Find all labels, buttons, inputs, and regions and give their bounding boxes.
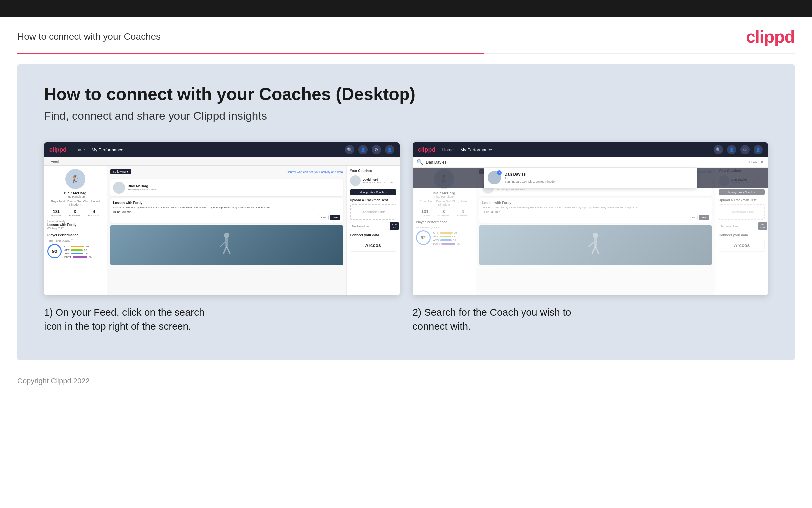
svg-rect-6 [593, 238, 597, 246]
mock-logo-2: clippd [418, 146, 436, 153]
header-divider [17, 53, 795, 54]
screenshot-col-2: clippd Home My Performance 🔍 👤 ⚙ 👤 🔍 Dan… [413, 142, 768, 333]
coach-detail: Yesterday · Sunningdale [128, 188, 156, 191]
step-2-description: 2) Search for the Coach you wish toconne… [413, 305, 768, 333]
result-avatar: ✓ [488, 171, 501, 184]
copyright: Copyright Clippd 2022 [17, 377, 90, 385]
profile-icon-2[interactable]: 👤 [727, 145, 736, 154]
mock-tab-row-1: Feed [44, 157, 399, 166]
logo: clippd [746, 27, 795, 47]
performance-score: 92 [47, 244, 62, 258]
profile-avatar: 🏌️ [65, 169, 85, 189]
add-link-button[interactable]: Add Link [390, 222, 399, 230]
screenshots-row: clippd Home My Performance 🔍 👤 ⚙ 👤 Feed [44, 142, 768, 333]
trackman-input-row: Add Link [350, 222, 396, 230]
mock-nav-1: clippd Home My Performance 🔍 👤 ⚙ 👤 [44, 142, 399, 157]
following-button[interactable]: Following ▾ [110, 169, 131, 174]
coach-avatar [113, 182, 125, 194]
page-title: How to connect with your Coaches [17, 31, 160, 42]
search-result[interactable]: ✓ Dan Davies Pro Sunningdale Golf Club, … [484, 168, 697, 188]
step-1-description: 1) On your Feed, click on the searchicon… [44, 305, 399, 333]
profile-icon[interactable]: 👤 [358, 145, 368, 154]
svg-line-2 [223, 246, 227, 254]
mock-nav-icons: 🔍 👤 ⚙ 👤 [345, 145, 394, 154]
mock-left-panel: 🏌️ Blair McHarg Plus Handicap Royal Nort… [44, 166, 107, 295]
feed-tab[interactable]: Feed [48, 158, 61, 165]
result-club: Sunningdale Golf Club, United Kingdom [504, 180, 557, 183]
profile-handicap: Plus Handicap [47, 195, 103, 198]
search-input-display[interactable]: Dan Davies [426, 160, 744, 165]
right-coach-name: David Ford [363, 178, 392, 181]
avatar-icon[interactable]: 👤 [385, 145, 394, 154]
main-heading: How to connect with your Coaches (Deskto… [44, 84, 768, 104]
profile-name-2: Blair McHarg [416, 191, 472, 195]
coach-card: Blair McHarg Yesterday · Sunningdale [110, 179, 343, 196]
result-name: Dan Davies [504, 172, 557, 177]
svg-line-9 [589, 242, 593, 247]
mock-nav-performance: My Performance [92, 147, 123, 153]
avatar-icon-2[interactable]: 👤 [754, 145, 763, 154]
latest-activity: Latest Activity Lesson with Fordy 03 Aug… [47, 220, 103, 230]
search-overlay: 🔍 Dan Davies CLEAR ✕ ✓ Dan Davies Pro Su… [413, 157, 768, 188]
player-performance: Player Performance Total Player Quality … [47, 233, 103, 260]
footer: Copyright Clippd 2022 [0, 370, 812, 392]
main-content: How to connect with your Coaches (Deskto… [17, 64, 795, 360]
lesson-title: Lesson with Fordy [113, 201, 340, 205]
right-coach-club: Royal North Devon Golf Club [363, 181, 392, 184]
stat-followers: 3 Followers [69, 209, 81, 217]
search-icon-inline: 🔍 [417, 159, 423, 165]
mock-nav-home-2: Home [442, 147, 454, 153]
connect-data-title: Connect your data [350, 233, 396, 237]
trackman-input[interactable] [350, 222, 389, 230]
close-search-button[interactable]: ✕ [760, 160, 764, 165]
svg-line-4 [220, 242, 225, 247]
app-btn[interactable]: APP [330, 215, 340, 220]
clear-button[interactable]: CLEAR [747, 160, 758, 164]
mock-nav-performance-2: My Performance [460, 147, 492, 153]
lesson-body: Looking to feel like my hands are exitin… [113, 206, 340, 209]
mock-nav-home: Home [74, 147, 85, 153]
svg-point-5 [592, 232, 598, 238]
settings-icon[interactable]: ⚙ [372, 145, 381, 154]
result-role: Pro [504, 177, 557, 180]
svg-line-7 [592, 246, 595, 254]
coach-name: Blair McHarg [128, 184, 156, 188]
header: How to connect with your Coaches clippd [0, 17, 812, 53]
search-icon-2[interactable]: 🔍 [714, 145, 723, 154]
feed-image [110, 225, 343, 265]
lesson-card: Lesson with Fordy Looking to feel like m… [110, 198, 343, 222]
screenshot-frame-2: clippd Home My Performance 🔍 👤 ⚙ 👤 🔍 Dan… [413, 142, 768, 295]
profile-name: Blair McHarg [47, 191, 103, 195]
verified-badge: ✓ [497, 170, 501, 175]
stat-activities: 131 Activities [51, 209, 62, 217]
search-icon[interactable]: 🔍 [345, 145, 354, 154]
settings-icon-2[interactable]: ⚙ [740, 145, 750, 154]
off-btn[interactable]: OFT [319, 215, 329, 220]
mock-body-1: 🏌️ Blair McHarg Plus Handicap Royal Nort… [44, 166, 399, 295]
screenshot-col-1: clippd Home My Performance 🔍 👤 ⚙ 👤 Feed [44, 142, 399, 333]
svg-point-0 [224, 232, 229, 238]
arccos-brand: Arccos [350, 239, 396, 252]
main-subheading: Find, connect and share your Clippd insi… [44, 110, 768, 122]
profile-location: Royal North Devon Golf Club, United King… [47, 200, 103, 206]
profile-stats: 131 Activities 3 Followers 4 Following [47, 209, 103, 217]
svg-line-3 [227, 246, 230, 254]
control-link[interactable]: Control who can see your activity and da… [287, 170, 343, 174]
lesson-duration: 01 hr : 30 min [113, 210, 340, 214]
stat-following: 4 Following [88, 209, 100, 217]
search-bar: 🔍 Dan Davies CLEAR ✕ [413, 157, 768, 168]
mock-middle-panel: Following ▾ Control who can see your act… [107, 166, 346, 295]
manage-coaches-button[interactable]: Manage Your Coaches [350, 189, 396, 195]
golf-figure-svg [219, 232, 235, 258]
svg-line-8 [595, 246, 599, 254]
screenshot-frame-1: clippd Home My Performance 🔍 👤 ⚙ 👤 Feed [44, 142, 399, 295]
upload-title: Upload a Trackman Test [350, 198, 396, 202]
mock-right-panel: Your Coaches David Ford Royal North Devo… [346, 166, 399, 295]
right-coach: David Ford Royal North Devon Golf Club [350, 175, 396, 186]
right-coach-avatar [350, 175, 361, 186]
performance-bars: OTT 90 APP 85 [64, 245, 92, 259]
trackman-box: Trackman Link [350, 204, 396, 220]
svg-rect-1 [225, 238, 228, 246]
your-coaches-title: Your Coaches [350, 169, 396, 173]
top-bar [0, 0, 812, 17]
